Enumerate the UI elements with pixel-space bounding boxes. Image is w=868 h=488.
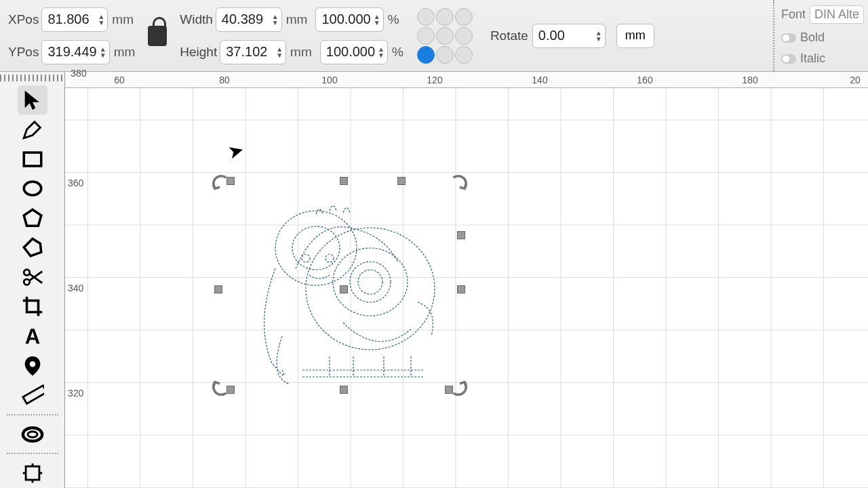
width-label: Width — [180, 12, 213, 27]
anchor-2[interactable] — [455, 8, 473, 26]
resize-handle-t1[interactable] — [340, 177, 348, 185]
selection-bounds — [214, 177, 465, 394]
rotate-label: Rotate — [490, 28, 528, 43]
svg-point-10 — [27, 431, 37, 437]
height-pct-unit: % — [392, 45, 403, 60]
anchor-7[interactable] — [436, 46, 454, 64]
italic-toggle[interactable] — [781, 54, 796, 64]
width-pct-input[interactable]: 100.000 ▲▼ — [315, 7, 383, 32]
height-pct-spinner[interactable]: ▲▼ — [378, 46, 384, 58]
pen-tool[interactable] — [18, 115, 47, 144]
unit-toggle-button[interactable]: mm — [616, 24, 654, 48]
width-unit: mm — [286, 12, 308, 27]
resize-handle-tl[interactable] — [226, 177, 235, 185]
svg-rect-0 — [24, 152, 41, 166]
resize-handle-bl[interactable] — [226, 386, 235, 394]
top-toolbar: XPos 81.806 ▲▼ mm YPos 319.449 ▲▼ mm Wid… — [0, 0, 868, 72]
anchor-4[interactable] — [436, 27, 454, 45]
height-label: Height — [180, 45, 217, 60]
tool-palette: A — [0, 72, 65, 488]
xpos-input[interactable]: 81.806 ▲▼ — [41, 7, 108, 32]
ruler-tool[interactable] — [18, 380, 47, 410]
crop-tool[interactable] — [18, 292, 47, 322]
anchor-3[interactable] — [417, 27, 435, 45]
rotate-input[interactable]: 0.00 ▲▼ — [532, 24, 606, 48]
svg-marker-3 — [24, 239, 41, 257]
path-tool[interactable] — [18, 233, 47, 263]
resize-handle-r[interactable] — [457, 285, 465, 293]
ypos-input[interactable]: 319.449 ▲▼ — [41, 40, 109, 64]
height-unit: mm — [290, 45, 312, 60]
ypos-unit: mm — [114, 45, 136, 60]
ruler-origin: 380 — [71, 68, 86, 79]
resize-handle-c[interactable] — [340, 285, 348, 293]
polygon-tool[interactable] — [18, 203, 47, 233]
palette-drag-handle[interactable] — [0, 75, 64, 81]
svg-rect-8 — [22, 386, 43, 404]
width-input[interactable]: 40.389 ▲▼ — [216, 7, 282, 32]
anchor-1[interactable] — [436, 8, 454, 26]
height-spinner[interactable]: ▲▼ — [276, 46, 283, 58]
ypos-spinner[interactable]: ▲▼ — [100, 46, 106, 58]
width-spinner[interactable]: ▲▼ — [272, 14, 279, 26]
svg-marker-2 — [24, 209, 41, 226]
svg-text:A: A — [24, 325, 40, 348]
width-pct-spinner[interactable]: ▲▼ — [374, 14, 380, 26]
rotate-spinner[interactable]: ▲▼ — [595, 30, 602, 42]
canvas-grid — [65, 88, 868, 488]
lock-icon — [148, 26, 167, 46]
anchor-0[interactable] — [417, 8, 435, 26]
xpos-unit: mm — [112, 12, 134, 27]
svg-rect-11 — [26, 466, 39, 480]
svg-point-9 — [22, 428, 41, 441]
width-pct-unit: % — [388, 12, 399, 27]
scissors-tool[interactable] — [18, 262, 47, 292]
font-panel: Font DIN Alte Bold Italic — [773, 0, 868, 71]
xpos-spinner[interactable]: ▲▼ — [98, 14, 104, 26]
resize-handle-t2[interactable] — [397, 177, 406, 185]
font-label: Font — [781, 7, 806, 22]
canvas[interactable]: 380 60 80 100 120 140 160 180 20 360 340… — [65, 72, 868, 488]
pin-tool[interactable] — [18, 351, 47, 381]
resize-handle-l[interactable] — [214, 285, 222, 293]
anchor-grid — [417, 8, 473, 64]
horizontal-ruler: 380 60 80 100 120 140 160 180 20 — [65, 72, 868, 88]
target-tool[interactable] — [18, 420, 47, 449]
artboard-tool[interactable] — [18, 458, 47, 488]
bold-label: Bold — [800, 30, 825, 45]
rotate-handle-br[interactable] — [450, 379, 469, 398]
resize-handle-r1[interactable] — [457, 231, 465, 239]
anchor-6[interactable] — [417, 46, 435, 64]
text-tool[interactable]: A — [18, 321, 47, 351]
anchor-5[interactable] — [455, 27, 473, 45]
rectangle-tool[interactable] — [18, 144, 47, 174]
xpos-label: XPos — [8, 12, 39, 27]
ellipse-tool[interactable] — [18, 174, 47, 204]
rotate-handle-tr[interactable] — [450, 173, 469, 192]
resize-handle-b[interactable] — [340, 386, 348, 394]
font-select[interactable]: DIN Alte — [810, 5, 864, 24]
ypos-label: YPos — [8, 45, 39, 60]
select-tool[interactable] — [18, 85, 47, 115]
height-pct-input[interactable]: 100.000 ▲▼ — [320, 40, 388, 64]
bold-toggle[interactable] — [781, 33, 796, 43]
svg-point-1 — [24, 182, 41, 195]
aspect-lock-button[interactable] — [143, 16, 172, 56]
height-input[interactable]: 37.102 ▲▼ — [220, 40, 286, 64]
italic-label: Italic — [800, 52, 825, 66]
anchor-8[interactable] — [455, 46, 473, 64]
svg-point-7 — [29, 361, 35, 367]
